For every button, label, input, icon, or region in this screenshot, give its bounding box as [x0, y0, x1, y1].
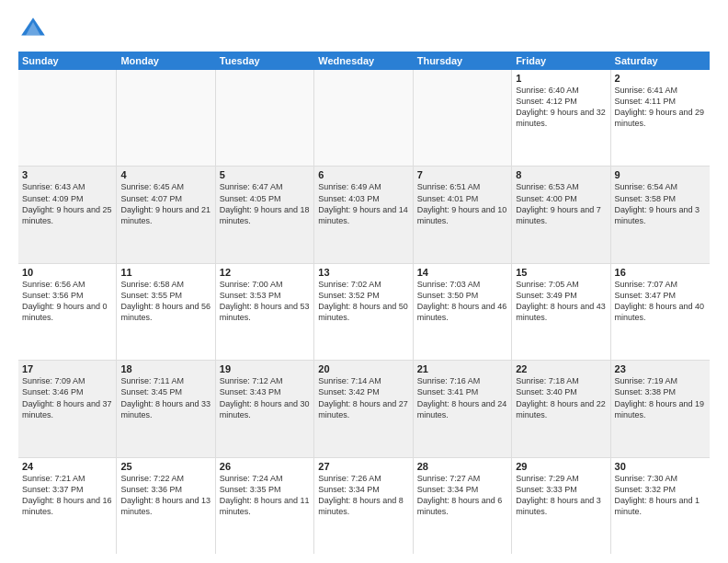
- calendar-cell: 27Sunrise: 7:26 AMSunset: 3:34 PMDayligh…: [314, 458, 413, 554]
- calendar-row-2: 10Sunrise: 6:56 AMSunset: 3:56 PMDayligh…: [18, 264, 710, 361]
- day-number: 12: [220, 267, 310, 278]
- calendar-cell: 13Sunrise: 7:02 AMSunset: 3:52 PMDayligh…: [314, 264, 413, 360]
- calendar-cell: 29Sunrise: 7:29 AMSunset: 3:33 PMDayligh…: [512, 458, 610, 554]
- day-number: 28: [417, 461, 507, 472]
- header: [18, 15, 710, 44]
- calendar-cell: [216, 70, 314, 166]
- calendar-cell: 5Sunrise: 6:47 AMSunset: 4:05 PMDaylight…: [216, 167, 314, 262]
- calendar-cell: 12Sunrise: 7:00 AMSunset: 3:53 PMDayligh…: [216, 264, 314, 360]
- day-number: 10: [22, 267, 112, 278]
- calendar-cell: [18, 70, 117, 166]
- day-number: 17: [22, 363, 112, 374]
- calendar-cell: 18Sunrise: 7:11 AMSunset: 3:45 PMDayligh…: [117, 361, 215, 456]
- day-number: 8: [516, 169, 606, 180]
- calendar-cell: 21Sunrise: 7:16 AMSunset: 3:41 PMDayligh…: [414, 361, 512, 456]
- calendar-cell: 8Sunrise: 6:53 AMSunset: 4:00 PMDaylight…: [512, 167, 610, 262]
- day-number: 27: [318, 461, 408, 472]
- day-number: 4: [120, 169, 210, 180]
- day-number: 9: [615, 169, 706, 180]
- logo: [18, 15, 51, 44]
- calendar-cell: 14Sunrise: 7:03 AMSunset: 3:50 PMDayligh…: [414, 264, 512, 360]
- cell-info: Sunrise: 7:14 AMSunset: 3:42 PMDaylight:…: [318, 375, 408, 420]
- day-number: 24: [22, 461, 112, 472]
- cell-info: Sunrise: 7:09 AMSunset: 3:46 PMDaylight:…: [22, 375, 112, 420]
- header-day-sunday: Sunday: [18, 52, 117, 70]
- calendar-cell: 20Sunrise: 7:14 AMSunset: 3:42 PMDayligh…: [314, 361, 413, 456]
- calendar-cell: 23Sunrise: 7:19 AMSunset: 3:38 PMDayligh…: [611, 361, 710, 456]
- day-number: 1: [516, 73, 606, 84]
- cell-info: Sunrise: 7:03 AMSunset: 3:50 PMDaylight:…: [417, 279, 507, 324]
- cell-info: Sunrise: 6:58 AMSunset: 3:55 PMDaylight:…: [120, 279, 210, 324]
- calendar-row-1: 3Sunrise: 6:43 AMSunset: 4:09 PMDaylight…: [18, 167, 710, 263]
- cell-info: Sunrise: 7:29 AMSunset: 3:33 PMDaylight:…: [516, 473, 606, 518]
- calendar-cell: 15Sunrise: 7:05 AMSunset: 3:49 PMDayligh…: [512, 264, 610, 360]
- header-day-tuesday: Tuesday: [216, 52, 314, 70]
- cell-info: Sunrise: 6:49 AMSunset: 4:03 PMDaylight:…: [318, 181, 408, 226]
- cell-info: Sunrise: 7:30 AMSunset: 3:32 PMDaylight:…: [615, 473, 706, 518]
- cell-info: Sunrise: 7:11 AMSunset: 3:45 PMDaylight:…: [120, 375, 210, 420]
- cell-info: Sunrise: 6:43 AMSunset: 4:09 PMDaylight:…: [22, 181, 112, 226]
- calendar-cell: 1Sunrise: 6:40 AMSunset: 4:12 PMDaylight…: [512, 70, 610, 166]
- cell-info: Sunrise: 7:22 AMSunset: 3:36 PMDaylight:…: [120, 473, 210, 518]
- cell-info: Sunrise: 6:47 AMSunset: 4:05 PMDaylight:…: [220, 181, 310, 226]
- calendar-cell: 24Sunrise: 7:21 AMSunset: 3:37 PMDayligh…: [18, 458, 117, 554]
- calendar-cell: [314, 70, 413, 166]
- day-number: 23: [615, 363, 706, 374]
- calendar-cell: 7Sunrise: 6:51 AMSunset: 4:01 PMDaylight…: [414, 167, 512, 262]
- calendar-row-0: 1Sunrise: 6:40 AMSunset: 4:12 PMDaylight…: [18, 70, 710, 167]
- calendar-cell: 22Sunrise: 7:18 AMSunset: 3:40 PMDayligh…: [512, 361, 610, 456]
- calendar-cell: 3Sunrise: 6:43 AMSunset: 4:09 PMDaylight…: [18, 167, 117, 262]
- day-number: 20: [318, 363, 408, 374]
- day-number: 29: [516, 461, 606, 472]
- cell-info: Sunrise: 7:19 AMSunset: 3:38 PMDaylight:…: [615, 375, 706, 420]
- day-number: 7: [417, 169, 507, 180]
- day-number: 3: [22, 169, 112, 180]
- calendar-cell: 10Sunrise: 6:56 AMSunset: 3:56 PMDayligh…: [18, 264, 117, 360]
- day-number: 26: [220, 461, 310, 472]
- logo-icon: [18, 15, 48, 44]
- header-day-saturday: Saturday: [611, 52, 710, 70]
- day-number: 19: [220, 363, 310, 374]
- calendar-cell: 30Sunrise: 7:30 AMSunset: 3:32 PMDayligh…: [611, 458, 710, 554]
- calendar-cell: 11Sunrise: 6:58 AMSunset: 3:55 PMDayligh…: [117, 264, 215, 360]
- calendar-cell: [117, 70, 215, 166]
- day-number: 5: [220, 169, 310, 180]
- cell-info: Sunrise: 6:51 AMSunset: 4:01 PMDaylight:…: [417, 181, 507, 226]
- header-day-monday: Monday: [117, 52, 215, 70]
- cell-info: Sunrise: 7:18 AMSunset: 3:40 PMDaylight:…: [516, 375, 606, 420]
- calendar-cell: 28Sunrise: 7:27 AMSunset: 3:34 PMDayligh…: [414, 458, 512, 554]
- cell-info: Sunrise: 7:27 AMSunset: 3:34 PMDaylight:…: [417, 473, 507, 518]
- day-number: 18: [120, 363, 210, 374]
- day-number: 25: [120, 461, 210, 472]
- header-day-thursday: Thursday: [414, 52, 512, 70]
- cell-info: Sunrise: 7:21 AMSunset: 3:37 PMDaylight:…: [22, 473, 112, 518]
- day-number: 22: [516, 363, 606, 374]
- cell-info: Sunrise: 7:07 AMSunset: 3:47 PMDaylight:…: [615, 279, 706, 324]
- day-number: 6: [318, 169, 408, 180]
- day-number: 30: [615, 461, 706, 472]
- day-number: 21: [417, 363, 507, 374]
- header-day-friday: Friday: [512, 52, 610, 70]
- calendar-cell: 25Sunrise: 7:22 AMSunset: 3:36 PMDayligh…: [117, 458, 215, 554]
- day-number: 11: [120, 267, 210, 278]
- calendar: SundayMondayTuesdayWednesdayThursdayFrid…: [18, 52, 710, 554]
- calendar-cell: 2Sunrise: 6:41 AMSunset: 4:11 PMDaylight…: [611, 70, 710, 166]
- calendar-header: SundayMondayTuesdayWednesdayThursdayFrid…: [18, 52, 710, 70]
- cell-info: Sunrise: 7:05 AMSunset: 3:49 PMDaylight:…: [516, 279, 606, 324]
- day-number: 2: [615, 73, 706, 84]
- day-number: 15: [516, 267, 606, 278]
- calendar-cell: 9Sunrise: 6:54 AMSunset: 3:58 PMDaylight…: [611, 167, 710, 262]
- cell-info: Sunrise: 6:45 AMSunset: 4:07 PMDaylight:…: [120, 181, 210, 226]
- day-number: 16: [615, 267, 706, 278]
- calendar-body: 1Sunrise: 6:40 AMSunset: 4:12 PMDaylight…: [18, 70, 710, 554]
- header-day-wednesday: Wednesday: [314, 52, 413, 70]
- calendar-cell: 19Sunrise: 7:12 AMSunset: 3:43 PMDayligh…: [216, 361, 314, 456]
- calendar-cell: 6Sunrise: 6:49 AMSunset: 4:03 PMDaylight…: [314, 167, 413, 262]
- calendar-cell: 26Sunrise: 7:24 AMSunset: 3:35 PMDayligh…: [216, 458, 314, 554]
- day-number: 14: [417, 267, 507, 278]
- calendar-cell: 16Sunrise: 7:07 AMSunset: 3:47 PMDayligh…: [611, 264, 710, 360]
- cell-info: Sunrise: 7:24 AMSunset: 3:35 PMDaylight:…: [220, 473, 310, 518]
- calendar-row-4: 24Sunrise: 7:21 AMSunset: 3:37 PMDayligh…: [18, 458, 710, 554]
- cell-info: Sunrise: 7:00 AMSunset: 3:53 PMDaylight:…: [220, 279, 310, 324]
- cell-info: Sunrise: 6:40 AMSunset: 4:12 PMDaylight:…: [516, 85, 606, 130]
